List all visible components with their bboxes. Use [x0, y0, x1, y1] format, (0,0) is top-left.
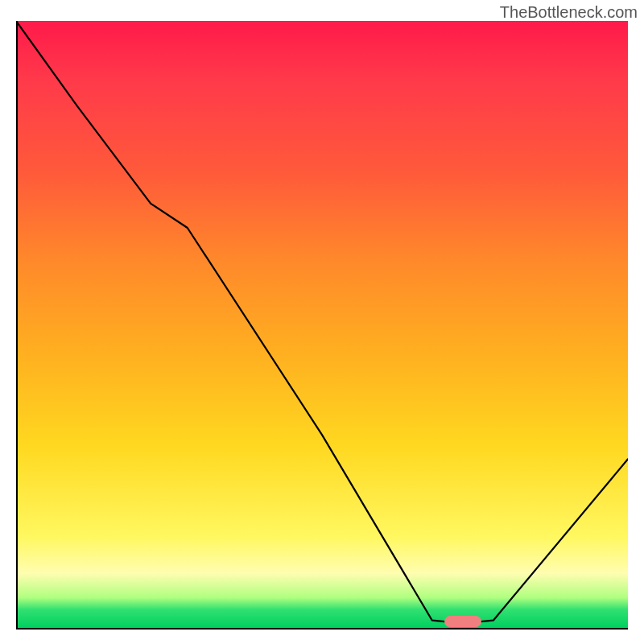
optimal-marker [444, 616, 481, 627]
watermark-text: TheBottleneck.com [500, 3, 638, 22]
plot-area [16, 21, 628, 630]
bottleneck-curve [16, 21, 628, 630]
